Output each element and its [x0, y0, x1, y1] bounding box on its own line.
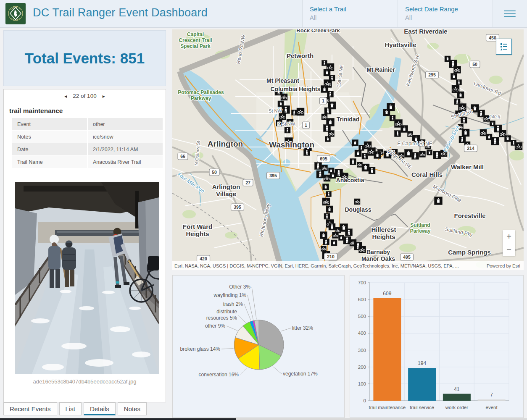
photo-marker[interactable]: [427, 150, 432, 155]
photo-marker[interactable]: [419, 151, 426, 158]
photo-marker[interactable]: [320, 232, 327, 239]
photo-marker[interactable]: [304, 150, 310, 156]
photo-marker[interactable]: [315, 163, 322, 170]
photo-marker[interactable]: [282, 106, 290, 114]
photo-marker[interactable]: [326, 192, 332, 197]
tab-details[interactable]: Details: [84, 402, 116, 415]
photo-marker[interactable]: [325, 136, 331, 142]
photo-marker[interactable]: [462, 129, 469, 136]
photo-marker[interactable]: [345, 229, 353, 236]
photo-marker[interactable]: [321, 246, 327, 252]
photo-marker[interactable]: [374, 152, 381, 159]
photo-marker[interactable]: [395, 131, 401, 137]
tab-recent-events[interactable]: Recent Events: [3, 402, 57, 415]
svg-text:210: 210: [327, 254, 335, 259]
map-label: K St NW: [277, 121, 295, 126]
pie-label: conversation 16%: [199, 372, 239, 378]
tab-notes[interactable]: Notes: [118, 402, 147, 415]
map-label: Douglass: [345, 206, 371, 213]
events-map[interactable]: East RiverdaleHyattsvilleMt RainierPetwo…: [172, 29, 524, 270]
photo-marker[interactable]: [408, 131, 413, 137]
photo-marker[interactable]: [321, 165, 328, 171]
photo-marker[interactable]: [329, 223, 335, 230]
photo-marker[interactable]: [281, 94, 287, 100]
photo-marker[interactable]: [412, 152, 419, 160]
photo-marker[interactable]: [405, 150, 413, 158]
photo-marker[interactable]: [435, 197, 443, 205]
photo-marker[interactable]: [387, 103, 395, 111]
pie-label: distributeresources 5%: [206, 309, 237, 321]
table-row: Date2/1/2022, 11:14 AM: [12, 143, 163, 155]
svg-text:450: 450: [489, 35, 496, 40]
pager-prev-icon[interactable]: ◂: [64, 93, 67, 99]
route-shield: 495: [401, 254, 414, 260]
y-tick-label: 600: [358, 297, 366, 302]
photo-marker[interactable]: [352, 140, 358, 146]
bar-event[interactable]: [478, 399, 506, 401]
photo-marker[interactable]: [359, 145, 364, 151]
photo-marker[interactable]: [451, 74, 457, 80]
photo-marker[interactable]: [461, 117, 467, 123]
map-label: Trinidad: [337, 116, 359, 123]
date-range-filter-select[interactable]: Select Date Range All: [398, 0, 493, 27]
photo-marker[interactable]: [401, 126, 408, 133]
photo-marker[interactable]: [480, 129, 487, 136]
photo-marker[interactable]: [355, 150, 361, 157]
photo-marker[interactable]: [515, 142, 522, 150]
photo-marker[interactable]: [322, 60, 327, 66]
map-label: Forestville: [454, 212, 485, 219]
field-value: other: [88, 118, 163, 130]
photo-marker[interactable]: [328, 131, 335, 137]
bar-work-order[interactable]: [443, 394, 471, 401]
photo-marker[interactable]: [326, 206, 333, 213]
photo-marker[interactable]: [324, 175, 330, 181]
route-shield: 395: [267, 172, 280, 179]
photo-marker[interactable]: [339, 235, 344, 241]
photo-marker[interactable]: [454, 66, 461, 74]
event-photo-attachment[interactable]: [15, 182, 159, 374]
zoom-in-button[interactable]: +: [503, 230, 515, 243]
photo-marker[interactable]: [357, 162, 363, 168]
photo-marker[interactable]: [362, 164, 369, 171]
photo-marker[interactable]: [323, 184, 329, 190]
photo-marker[interactable]: [322, 198, 330, 205]
photo-marker[interactable]: [329, 168, 334, 173]
trail-filter-select[interactable]: Select a Trail All: [302, 0, 398, 27]
photo-marker[interactable]: [285, 127, 290, 133]
photo-marker[interactable]: [297, 108, 304, 116]
legend-button[interactable]: [496, 39, 512, 55]
bar-trail-maintenance[interactable]: [373, 298, 401, 401]
photo-marker[interactable]: [279, 113, 286, 120]
photo-marker[interactable]: [354, 199, 360, 205]
photo-marker[interactable]: [369, 167, 375, 174]
bar-trail-service[interactable]: [408, 368, 436, 401]
bar-category-label: trail maintenance: [369, 405, 406, 410]
powered-by-esri: Powered by Esri: [483, 261, 524, 270]
zoom-out-button[interactable]: −: [503, 243, 515, 256]
photo-marker[interactable]: [359, 246, 366, 253]
photo-marker[interactable]: [324, 108, 331, 114]
photo-marker[interactable]: [350, 159, 356, 165]
photo-marker[interactable]: [457, 92, 464, 98]
photo-marker[interactable]: [321, 86, 328, 93]
svg-text:27: 27: [245, 180, 250, 185]
hamburger-menu-icon[interactable]: [504, 8, 516, 18]
photo-marker[interactable]: [316, 171, 324, 178]
pager-next-icon[interactable]: ▸: [103, 93, 105, 99]
photo-marker[interactable]: [332, 232, 339, 239]
photo-marker[interactable]: [491, 137, 499, 145]
photo-marker[interactable]: [362, 153, 368, 159]
date-filter-value: All: [405, 14, 412, 21]
photo-marker[interactable]: [323, 239, 329, 245]
photo-marker[interactable]: [324, 69, 330, 76]
photo-marker[interactable]: [331, 240, 337, 246]
photo-marker[interactable]: [327, 91, 334, 97]
photo-marker[interactable]: [324, 213, 330, 219]
photo-marker[interactable]: [433, 151, 441, 159]
photo-marker[interactable]: [505, 136, 511, 142]
photo-marker[interactable]: [292, 110, 297, 116]
map-label: Arlington: [208, 139, 243, 148]
bottom-divider: [0, 418, 236, 420]
photo-marker[interactable]: [456, 80, 462, 85]
tab-list[interactable]: List: [59, 402, 82, 415]
